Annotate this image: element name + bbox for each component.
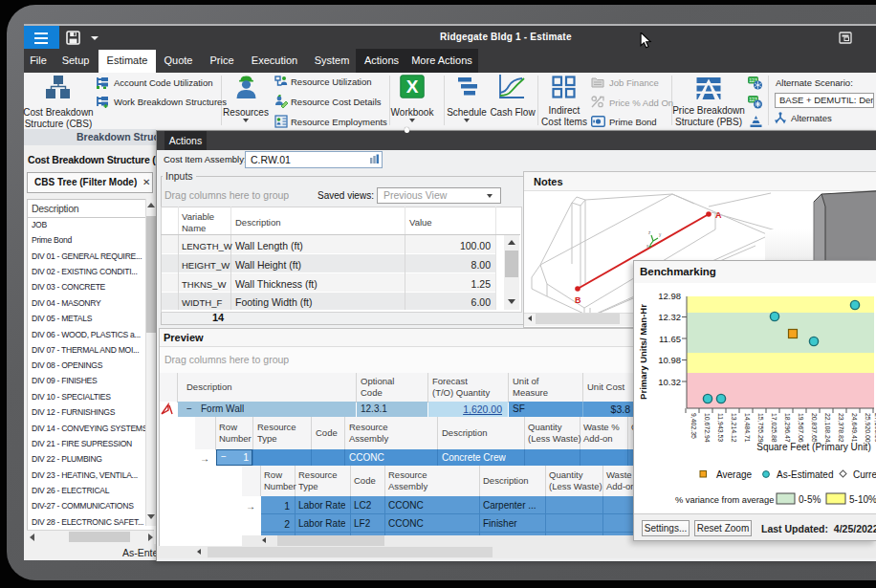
svg-text:Curre: Curre <box>853 469 876 480</box>
svg-text:20,837.65: 20,837.65 <box>811 413 818 443</box>
svg-text:23,378.82: 23,378.82 <box>838 413 844 443</box>
svg-text:y: y <box>659 232 662 237</box>
svg-text:22,108.24: 22,108.24 <box>824 413 831 443</box>
svg-text:24,649.41: 24,649.41 <box>851 413 858 443</box>
svg-text:10.32: 10.32 <box>658 377 681 387</box>
svg-text:15,755.29: 15,755.29 <box>757 413 764 443</box>
svg-text:10.98: 10.98 <box>658 355 681 365</box>
svg-text:X: X <box>406 76 419 97</box>
svg-text:% variance from average: % variance from average <box>675 495 774 505</box>
svg-text:25,920.00: 25,920.00 <box>865 413 871 443</box>
svg-text:14,484.71: 14,484.71 <box>744 413 751 443</box>
svg-text:9,402.35: 9,402.35 <box>690 413 697 439</box>
svg-text:18,296.47: 18,296.47 <box>784 413 791 443</box>
svg-text:5-10%: 5-10% <box>849 494 876 505</box>
svg-text:z: z <box>648 230 651 235</box>
svg-text:0-5%: 0-5% <box>799 494 821 505</box>
svg-text:19,567.06: 19,567.06 <box>798 413 804 443</box>
svg-text:12.98: 12.98 <box>658 291 681 301</box>
svg-text:10,672.94: 10,672.94 <box>704 413 711 443</box>
svg-text:B: B <box>575 295 581 305</box>
svg-text:11.65: 11.65 <box>659 334 681 344</box>
svg-text:12.32: 12.32 <box>658 312 681 322</box>
svg-text:Primary Units/ Man-Hr: Primary Units/ Man-Hr <box>638 304 648 400</box>
svg-text:11,943.53: 11,943.53 <box>717 413 724 442</box>
svg-text:Average: Average <box>716 469 753 480</box>
svg-text:17,025.88: 17,025.88 <box>771 413 777 443</box>
svg-text:13,214.12: 13,214.12 <box>731 413 737 443</box>
svg-text:A: A <box>715 210 722 220</box>
svg-text:Square Feet (Primary Unit): Square Feet (Primary Unit) <box>756 442 870 452</box>
svg-text:As-Estimated: As-Estimated <box>777 469 833 480</box>
